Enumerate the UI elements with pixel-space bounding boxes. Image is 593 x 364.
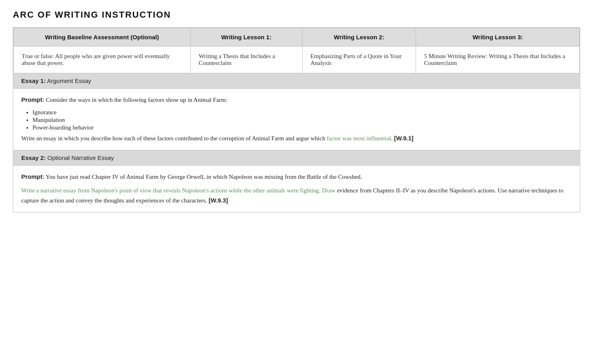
page-title: ARC OF WRITING INSTRUCTION (13, 10, 580, 20)
essay1-content: Prompt: Consider the ways in which the f… (13, 89, 580, 150)
list-item: Manipulation (32, 117, 572, 123)
cell-lesson3: 5 Minute Writing Review: Writing a Thesi… (416, 47, 579, 73)
cell-lesson2: Emphasizing Parts of a Quote in Your Ana… (302, 47, 416, 73)
essay2-prompt-label: Prompt: (21, 173, 45, 180)
table-header-row: Writing Baseline Assessment (Optional) W… (14, 28, 580, 47)
content-wrapper: Writing Baseline Assessment (Optional) W… (13, 27, 580, 212)
essay1-header-normal: Argument Essay (46, 77, 91, 84)
essay1-header-bold: Essay 1: (21, 77, 46, 84)
essay2-body: Write a narrative essay from Napoleon's … (21, 186, 572, 206)
col-header-baseline: Writing Baseline Assessment (Optional) (14, 28, 191, 47)
cell-baseline: True or false: All people who are given … (14, 47, 191, 73)
essay1-header: Essay 1: Argument Essay (13, 73, 580, 89)
essay1-prompt-label: Prompt: (21, 96, 45, 103)
essay2-body-link-start: Write a narrative essay from Napoleon's … (21, 187, 335, 194)
essay1-body-link: factor was most influential (327, 135, 391, 142)
essay2-header: Essay 2: Optional Narrative Essay (13, 150, 580, 166)
cell-lesson1: Writing a Thesis that Includes a Counter… (191, 47, 302, 73)
essay2-header-bold: Essay 2: (21, 154, 46, 161)
essay1-body-tag: [W.9.1] (394, 135, 413, 142)
essay1-prompt: Prompt: Consider the ways in which the f… (21, 95, 572, 105)
essay1-body-start: Write an essay in which you describe how… (21, 135, 327, 142)
col-header-lesson1: Writing Lesson 1: (191, 28, 302, 47)
essay2-header-normal: Optional Narrative Essay (46, 154, 114, 161)
essay2-content: Prompt: You have just read Chapter IV of… (13, 166, 580, 212)
essay1-prompt-intro: Consider the ways in which the following… (45, 97, 227, 103)
essay1-bullet-list: Ignorance Manipulation Power-hoarding be… (32, 109, 572, 131)
essay2-prompt: Prompt: You have just read Chapter IV of… (21, 172, 572, 182)
essay2-prompt-text: You have just read Chapter IV of Animal … (45, 174, 362, 180)
list-item: Power-hoarding behavior (32, 124, 572, 131)
table-content-row: True or false: All people who are given … (14, 47, 580, 73)
essay1-body: Write an essay in which you describe how… (21, 133, 572, 144)
essay2-body-tag: [W.9.3] (209, 197, 228, 204)
writing-instruction-table: Writing Baseline Assessment (Optional) W… (13, 28, 580, 73)
col-header-lesson2: Writing Lesson 2: (302, 28, 416, 47)
list-item: Ignorance (32, 109, 572, 116)
col-header-lesson3: Writing Lesson 3: (416, 28, 579, 47)
